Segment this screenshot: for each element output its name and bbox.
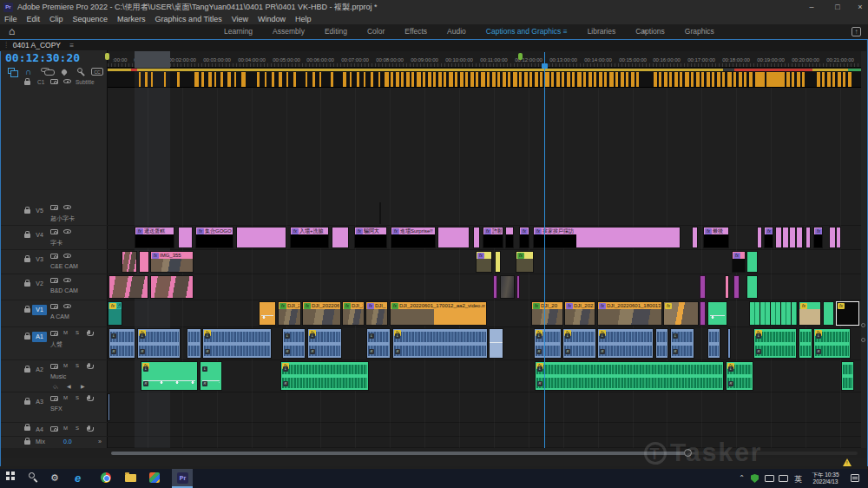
caption-clip[interactable] (551, 72, 554, 87)
eye-visibility-icon[interactable] (63, 254, 71, 258)
video-clip[interactable] (493, 275, 497, 299)
caption-clip[interactable] (792, 72, 794, 87)
track-lock-icon[interactable] (24, 308, 30, 313)
caption-clip[interactable] (401, 72, 404, 87)
video-clip[interactable]: fx (732, 251, 746, 273)
video-clip[interactable]: fx (663, 301, 699, 326)
caption-clip[interactable] (257, 72, 260, 87)
audio-clip[interactable]: LR (670, 328, 694, 359)
camera-icon[interactable] (50, 229, 58, 234)
caption-clip[interactable] (417, 72, 421, 87)
caption-clip[interactable] (492, 72, 496, 87)
video-clip[interactable] (775, 227, 804, 248)
video-clip[interactable] (505, 227, 514, 248)
audio-clip[interactable] (727, 328, 731, 359)
track-select-v1[interactable]: V1 (32, 305, 47, 315)
caption-clip[interactable] (712, 72, 714, 87)
caption-clip[interactable] (391, 72, 393, 87)
internet-explorer-icon[interactable]: e (75, 472, 95, 485)
track-header-a2[interactable]: A2MSMusic◇,◀▶ (1, 360, 108, 392)
end-icon[interactable]: » (98, 439, 102, 445)
video-clip[interactable]: fx (813, 227, 823, 248)
caption-clip[interactable] (843, 72, 845, 87)
caption-clip[interactable] (487, 72, 490, 87)
workspace-tab-audio[interactable]: Audio (447, 24, 466, 39)
audio-clip[interactable] (799, 328, 812, 359)
caption-clip[interactable] (227, 72, 231, 87)
track-lock-icon[interactable] (24, 426, 30, 431)
caption-clip[interactable] (503, 72, 506, 87)
nest-icon[interactable] (8, 68, 15, 74)
subtitle-track-badge[interactable]: C1 (37, 79, 44, 85)
horizontal-scrollbar-thumb[interactable] (111, 452, 687, 455)
caption-clip[interactable] (615, 72, 618, 87)
panel-menu-icon[interactable]: ≡ (69, 41, 74, 49)
track-lock-icon[interactable] (24, 209, 30, 214)
track-select-v4[interactable]: V4 (32, 230, 47, 241)
workspace-tab-captions-and-graphics[interactable]: Captions and Graphics ≡ (486, 24, 568, 39)
track-name-label[interactable]: Music (50, 373, 66, 379)
video-clip[interactable] (150, 275, 194, 299)
video-clip[interactable] (495, 251, 501, 273)
caption-clip[interactable] (749, 72, 753, 87)
caption-clip[interactable] (396, 72, 399, 87)
caption-clip[interactable] (674, 72, 678, 87)
caption-clip[interactable] (306, 72, 307, 87)
speaker-icon[interactable] (50, 426, 58, 432)
video-clip[interactable] (108, 275, 148, 299)
caption-clip[interactable] (524, 72, 528, 87)
eye-visibility-icon[interactable] (63, 229, 71, 234)
track-select-a2[interactable]: A2 (32, 365, 47, 375)
caption-clip[interactable] (727, 72, 732, 87)
audio-clip[interactable]: LR (282, 328, 306, 359)
timecode-display[interactable]: 00:12:30:20 (5, 51, 80, 64)
caption-clip[interactable] (636, 72, 639, 87)
camera-icon[interactable] (50, 254, 58, 259)
caption-clip[interactable] (343, 72, 346, 87)
speaker-icon[interactable] (50, 364, 58, 369)
menu-item-file[interactable]: File (4, 15, 17, 23)
home-icon[interactable]: ⌂ (9, 24, 15, 39)
caption-clip[interactable] (220, 72, 223, 87)
scroll-dot[interactable] (861, 323, 865, 327)
caption-clip[interactable] (385, 72, 389, 87)
menu-item-help[interactable]: Help (295, 15, 312, 23)
menu-item-graphics-and-titles[interactable]: Graphics and Titles (155, 15, 222, 23)
track-header-a1[interactable]: A1MS人聲 (1, 327, 108, 360)
track-header-v3[interactable]: V3C&E CAM (1, 250, 108, 274)
caption-clip[interactable] (567, 72, 570, 87)
video-clip[interactable] (692, 227, 698, 248)
video-clip[interactable] (707, 301, 727, 326)
caption-clip[interactable] (357, 72, 359, 87)
audio-clip[interactable] (655, 328, 668, 359)
next-keyframe-icon[interactable]: ▶ (81, 383, 85, 389)
mix-volume-value[interactable]: 0.0 (63, 439, 72, 445)
mic-record-icon[interactable] (88, 330, 90, 334)
track-name-label[interactable]: 人聲 (50, 340, 62, 349)
caption-clip[interactable] (319, 72, 321, 87)
caption-clip[interactable] (364, 72, 365, 87)
track-header-a3[interactable]: A3MSSFX (1, 392, 108, 423)
caption-clip[interactable] (164, 72, 166, 87)
track-select-a4[interactable]: A4 (32, 425, 47, 435)
caption-clip[interactable] (659, 72, 661, 87)
workspace-tab-editing[interactable]: Editing (325, 24, 347, 39)
display-tray-icon[interactable] (765, 475, 774, 482)
video-clip[interactable] (725, 275, 729, 299)
audio-clip[interactable]: fxLR (141, 361, 198, 391)
volume-keyframe-line[interactable] (261, 315, 273, 319)
keyframe-diamond-icon[interactable]: ◇, (53, 383, 58, 389)
solo-button[interactable]: S (76, 425, 79, 431)
video-clip[interactable] (473, 227, 480, 248)
warning-icon[interactable]: ! (843, 458, 852, 466)
video-clip[interactable]: fx (799, 301, 821, 326)
caption-clip[interactable] (599, 72, 602, 87)
video-clip[interactable]: DJI_20220601_170012_aa2_video.mfx (390, 301, 487, 326)
caption-clip[interactable] (177, 72, 180, 87)
mic-record-icon[interactable] (88, 395, 90, 399)
video-clip[interactable]: 最後fx (703, 227, 729, 248)
caption-clip[interactable] (145, 72, 148, 87)
network-tray-icon[interactable] (779, 475, 788, 482)
audio-clip[interactable]: LR (200, 361, 222, 391)
video-clip[interactable] (500, 275, 515, 299)
